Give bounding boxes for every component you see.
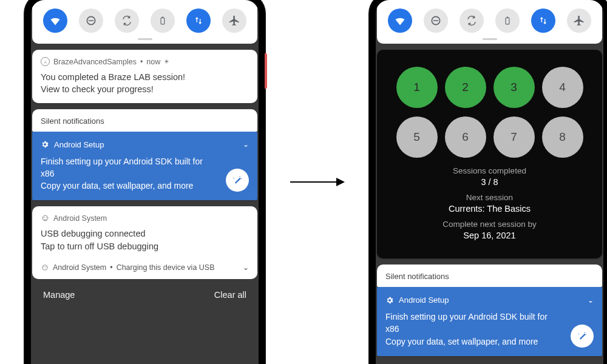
session-bubble[interactable]: 6: [445, 116, 486, 158]
session-bubble[interactable]: 5: [396, 116, 438, 158]
setup-line2: Copy your data, set wallpaper, and more: [385, 335, 562, 348]
screen-left: ⍲ BrazeAdvancedSamples • now ☀ You compl…: [31, 0, 259, 364]
phone-right: 12345678 Sessions completed 3 / 8 Next s…: [370, 0, 607, 364]
charging-text: Charging this device via USB: [117, 263, 215, 272]
notification-braze[interactable]: ⍲ BrazeAdvancedSamples • now ☀ You compl…: [32, 50, 257, 103]
svg-point-8: [44, 267, 44, 268]
android-icon: [41, 263, 49, 272]
usb-app-name: Android System: [53, 214, 107, 223]
app-name: BrazeAdvancedSamples: [53, 58, 137, 66]
usb-line2: Tap to turn off USB debugging: [41, 240, 249, 252]
setup-app-name: Android Setup: [54, 140, 104, 149]
session-bubble[interactable]: 1: [396, 67, 438, 108]
mobiledata-tile[interactable]: [531, 8, 555, 33]
sessions-value: 3 / 8: [388, 177, 591, 187]
silent-label: Silent notifications: [385, 272, 594, 281]
qs-drag-handle[interactable]: [138, 38, 152, 40]
chevron-down-icon[interactable]: ⌄: [243, 140, 249, 149]
session-bubble[interactable]: 7: [493, 116, 535, 158]
power-button: [265, 53, 267, 89]
autorotate-tile[interactable]: [115, 8, 139, 33]
wifi-tile[interactable]: [388, 8, 412, 33]
battery-tile[interactable]: [151, 8, 175, 33]
airplane-tile[interactable]: [222, 8, 246, 33]
gear-icon: [41, 140, 49, 149]
svg-point-9: [46, 267, 46, 268]
android-icon: [41, 214, 50, 223]
app-icon: ⍲: [41, 57, 50, 66]
notif-time: now: [146, 58, 160, 66]
setup-line1: Finish setting up your Android SDK built…: [385, 311, 562, 335]
next-label: Next session: [388, 193, 591, 202]
svg-point-5: [44, 217, 44, 218]
svg-rect-2: [161, 18, 164, 24]
usb-line1: USB debugging connected: [41, 228, 249, 240]
manage-button[interactable]: Manage: [43, 290, 75, 300]
battery-tile[interactable]: [495, 8, 520, 33]
session-bubble[interactable]: 2: [445, 67, 486, 108]
qs-drag-handle[interactable]: [483, 38, 497, 40]
screen-right: 12345678 Sessions completed 3 / 8 Next s…: [376, 0, 603, 364]
charging-app: Android System: [53, 263, 106, 272]
airplane-tile[interactable]: [567, 8, 591, 33]
sessions-label: Sessions completed: [388, 166, 591, 175]
silent-section-header: Silent notifications: [377, 265, 602, 287]
svg-rect-12: [506, 18, 509, 24]
session-bubble[interactable]: 4: [542, 67, 583, 108]
setup-line2: Copy your data, set wallpaper, and more: [41, 180, 217, 192]
session-bubble[interactable]: 8: [542, 116, 583, 158]
next-value: Currents: The Basics: [388, 204, 591, 214]
dnd-tile[interactable]: [79, 8, 103, 33]
notification-android-setup[interactable]: Android Setup ⌄ Finish setting up your A…: [377, 287, 602, 356]
quick-settings-panel: [32, 0, 257, 44]
mobiledata-tile[interactable]: [186, 8, 211, 33]
notif-footer: Manage Clear all: [32, 285, 257, 307]
due-label: Complete next session by: [388, 220, 591, 229]
svg-point-7: [42, 265, 47, 270]
transition-arrow: [290, 175, 345, 189]
session-bubbles: 12345678: [388, 67, 591, 158]
svg-point-6: [46, 217, 47, 218]
notification-android-setup[interactable]: Android Setup ⌄ Finish setting up your A…: [32, 132, 257, 201]
session-progress-card[interactable]: 12345678 Sessions completed 3 / 8 Next s…: [377, 50, 602, 258]
notif-line1: You completed a Braze LAB session!: [41, 71, 249, 83]
clear-all-button[interactable]: Clear all: [214, 290, 246, 300]
silent-section-header: Silent notifications: [32, 109, 257, 132]
notification-usb-debug[interactable]: Android System USB debugging connected T…: [32, 206, 257, 260]
setup-line1: Finish setting up your Android SDK built…: [41, 155, 217, 180]
due-value: Sep 16, 2021: [388, 231, 591, 240]
notif-header: ⍲ BrazeAdvancedSamples • now ☀: [41, 57, 249, 66]
chevron-down-icon[interactable]: ⌄: [588, 296, 594, 305]
bell-icon: ☀: [164, 58, 169, 65]
gear-icon: [385, 296, 394, 305]
setup-app-name: Android Setup: [399, 295, 449, 305]
wand-icon[interactable]: [571, 325, 594, 348]
notification-charging[interactable]: Android System • Charging this device vi…: [32, 256, 257, 279]
autorotate-tile[interactable]: [459, 8, 484, 33]
phone-left: ⍲ BrazeAdvancedSamples • now ☀ You compl…: [25, 0, 265, 364]
wifi-tile[interactable]: [43, 8, 67, 33]
session-bubble[interactable]: 3: [493, 67, 535, 108]
notif-header: Android System: [41, 214, 249, 223]
dnd-tile[interactable]: [424, 8, 448, 33]
quick-settings-panel: [377, 0, 602, 44]
silent-label: Silent notifications: [41, 116, 249, 126]
notif-line2: View to check your progress!: [41, 83, 249, 95]
chevron-down-icon[interactable]: ⌄: [243, 263, 249, 272]
